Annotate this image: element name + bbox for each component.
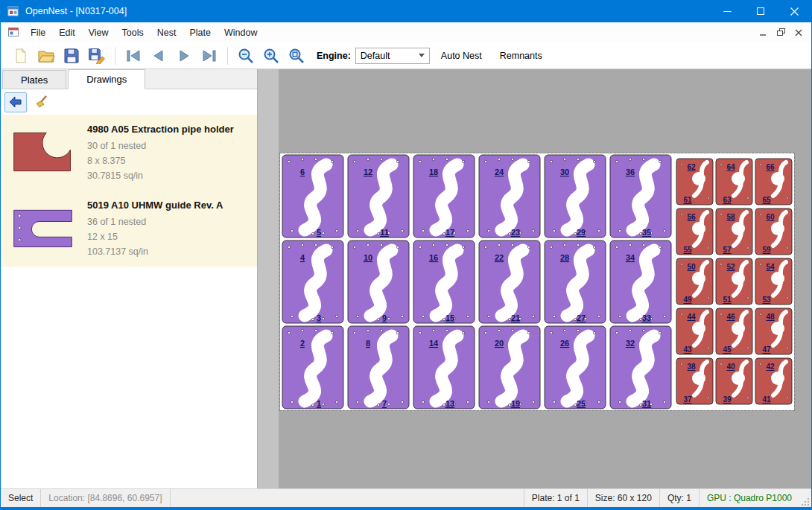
open-icon — [37, 48, 55, 64]
open-button[interactable] — [34, 45, 59, 67]
drawing-item[interactable]: 4980 A05 Extraction pipe holder 30 of 1 … — [1, 115, 257, 191]
part-number: 66 — [766, 163, 775, 171]
part-shape-purple — [10, 205, 77, 251]
part-number: 15 — [445, 313, 454, 322]
red-part-pair[interactable]: 6059 — [755, 208, 792, 255]
purple-part-pair[interactable]: 21 — [282, 326, 343, 409]
menu-item-window[interactable]: Window — [218, 22, 264, 42]
red-part-pair[interactable]: 4443 — [676, 308, 713, 354]
nav-next-icon — [175, 48, 193, 64]
engine-select[interactable]: Default — [355, 48, 430, 64]
part-number: 28 — [560, 253, 569, 262]
nav-last-icon — [200, 48, 218, 64]
purple-part-pair[interactable]: 3029 — [545, 155, 606, 238]
mdi-minimize-button[interactable] — [755, 25, 771, 40]
mdi-close-icon — [795, 29, 802, 36]
purple-part-pair[interactable]: 109 — [348, 240, 409, 323]
part-number: 24 — [495, 168, 504, 176]
purple-part-pair[interactable]: 1817 — [413, 155, 475, 238]
red-part-pair[interactable]: 3837 — [676, 358, 713, 404]
nav-prev-button[interactable] — [146, 45, 171, 67]
menu-item-nest[interactable]: Nest — [150, 22, 183, 42]
purple-part-pair[interactable]: 2221 — [479, 240, 540, 323]
purple-part-pair[interactable]: 1211 — [348, 155, 409, 238]
part-number: 17 — [445, 228, 454, 237]
clean-button[interactable] — [31, 92, 53, 112]
part-number: 30 — [560, 168, 569, 176]
save-button[interactable] — [59, 45, 84, 67]
drawing-info: 5019 A10 UHMW guide Rev. A 36 of 1 neste… — [87, 197, 223, 259]
drawing-nested: 30 of 1 nested — [87, 138, 234, 153]
resize-grip[interactable] — [799, 489, 811, 507]
zoom-out-button[interactable] — [233, 45, 258, 67]
mdi-restore-button[interactable] — [773, 25, 789, 40]
red-part-pair[interactable]: 6261 — [676, 159, 713, 205]
purple-part-pair[interactable]: 1413 — [413, 326, 475, 409]
maximize-button[interactable] — [744, 0, 778, 22]
part-number: 41 — [762, 395, 771, 404]
minimize-button[interactable] — [711, 0, 744, 22]
new-file-icon — [13, 48, 29, 64]
drawing-item[interactable]: 5019 A10 UHMW guide Rev. A 36 of 1 neste… — [1, 191, 257, 267]
zoom-in-button[interactable] — [258, 45, 284, 67]
red-part-pair[interactable]: 6463 — [716, 159, 752, 205]
part-number: 12 — [364, 168, 372, 176]
menu-item-edit[interactable]: Edit — [52, 22, 82, 42]
red-part-pair[interactable]: 5453 — [755, 258, 792, 305]
mdi-child-icon[interactable] — [1, 22, 24, 42]
red-part-pair[interactable]: 5049 — [676, 258, 713, 305]
zoom-fit-button[interactable] — [284, 45, 309, 67]
save-as-button[interactable] — [84, 45, 110, 67]
red-part-pair[interactable]: 4039 — [716, 358, 752, 404]
status-plate: Plate: 1 of 1 — [524, 489, 587, 507]
new-button[interactable] — [8, 45, 34, 67]
close-button[interactable] — [778, 0, 811, 22]
nav-last-button[interactable] — [197, 45, 222, 67]
menu-item-file[interactable]: File — [24, 22, 52, 42]
part-number: 63 — [723, 196, 732, 204]
purple-part-pair[interactable]: 2827 — [545, 240, 606, 323]
red-part-pair[interactable]: 6665 — [755, 159, 792, 205]
menu-item-plate[interactable]: Plate — [183, 22, 218, 42]
red-part-pair[interactable]: 4645 — [716, 308, 752, 354]
auto-nest-button[interactable]: Auto Nest — [434, 47, 489, 65]
import-drawing-button[interactable] — [4, 92, 27, 112]
red-part-pair[interactable]: 5857 — [716, 208, 752, 255]
part-number: 51 — [723, 296, 732, 304]
purple-part-pair[interactable]: 3231 — [610, 326, 671, 409]
plate-svg[interactable]: 6512111817242330293635431091615222128273… — [280, 153, 794, 410]
purple-part-pair[interactable]: 65 — [282, 155, 343, 238]
nest-canvas[interactable]: 6512111817242330293635431091615222128273… — [258, 69, 811, 488]
purple-part-pair[interactable]: 1615 — [413, 240, 475, 323]
toolbar-separator — [227, 47, 228, 65]
part-number: 57 — [723, 246, 732, 254]
purple-part-pair[interactable]: 87 — [348, 326, 409, 409]
resize-grip-icon — [802, 497, 810, 506]
menu-item-view[interactable]: View — [82, 22, 115, 42]
tab-drawings[interactable]: Drawings — [68, 69, 145, 89]
part-number: 59 — [762, 246, 771, 254]
red-part-pair[interactable]: 4847 — [755, 308, 792, 354]
part-number: 61 — [683, 196, 692, 204]
tab-plates[interactable]: Plates — [2, 70, 66, 89]
part-number: 58 — [726, 213, 735, 221]
remnants-button[interactable]: Remnants — [493, 47, 549, 65]
purple-part-pair[interactable]: 43 — [282, 240, 343, 323]
purple-part-pair[interactable]: 3433 — [610, 240, 671, 323]
engine-value: Default — [361, 51, 390, 61]
part-number: 4 — [300, 253, 305, 262]
mdi-close-button[interactable] — [790, 25, 807, 40]
save-as-icon — [88, 48, 106, 64]
menu-item-tools[interactable]: Tools — [115, 22, 150, 42]
purple-part-pair[interactable]: 2625 — [545, 326, 606, 409]
drawings-toolbar — [1, 89, 257, 115]
purple-part-pair[interactable]: 2423 — [479, 155, 540, 238]
red-part-pair[interactable]: 4241 — [755, 358, 792, 404]
nav-first-button[interactable] — [121, 45, 146, 67]
red-part-pair[interactable]: 5655 — [676, 208, 713, 255]
purple-part-pair[interactable]: 3635 — [610, 155, 671, 238]
purple-part-pair[interactable]: 2019 — [479, 326, 540, 409]
red-part-pair[interactable]: 5251 — [716, 258, 752, 305]
nav-next-button[interactable] — [171, 45, 197, 67]
clean-icon — [34, 95, 49, 109]
